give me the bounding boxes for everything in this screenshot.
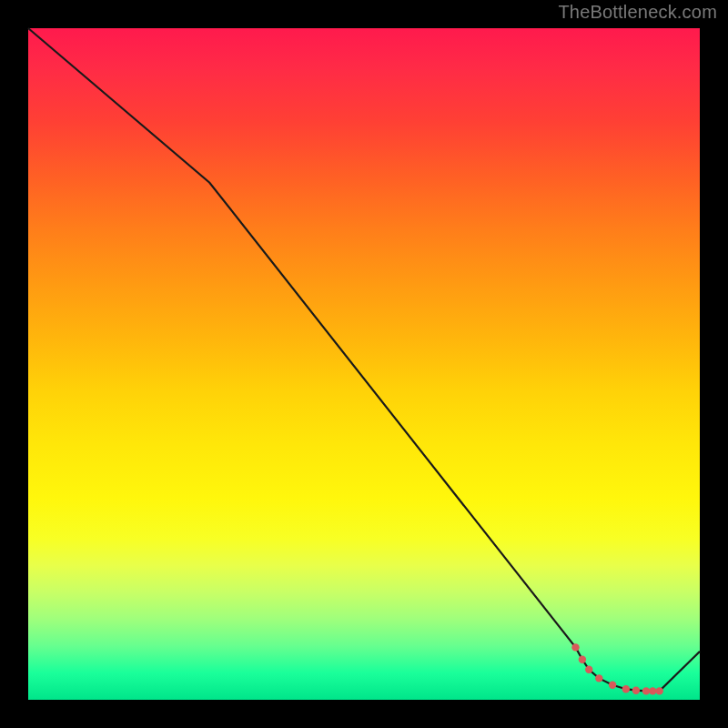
highlight-point xyxy=(649,687,656,694)
highlight-point xyxy=(656,687,663,694)
highlight-point xyxy=(579,656,586,663)
data-line xyxy=(28,28,700,691)
highlight-point xyxy=(632,687,640,694)
highlight-point xyxy=(585,666,592,673)
highlight-point xyxy=(642,687,650,694)
chart-overlay xyxy=(28,28,700,700)
highlight-point xyxy=(622,685,630,693)
highlight-point xyxy=(571,643,579,651)
highlight-point xyxy=(609,682,616,689)
highlight-point xyxy=(595,674,602,682)
watermark-text: TheBottleneck.com xyxy=(558,2,717,23)
chart-frame: TheBottleneck.com xyxy=(0,0,728,728)
